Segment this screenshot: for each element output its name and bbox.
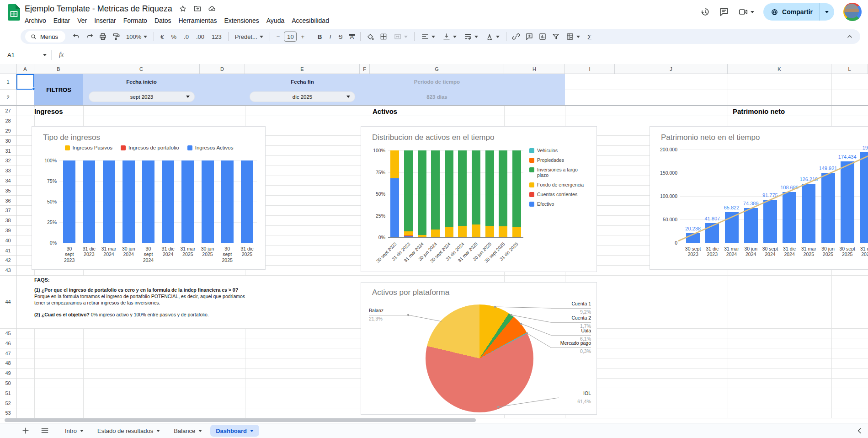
data-label: 108.689 (775, 185, 804, 190)
row-header-35[interactable]: 35 (0, 186, 16, 196)
chart-activos-por-plataforma[interactable]: Activos por plataformaCuenta 19,2%Cuenta… (361, 282, 597, 415)
bar-segment (431, 237, 440, 237)
fecha-fin-select[interactable]: dic 2025 (250, 91, 355, 102)
patrimonio-title-text: Patrimonio neto (731, 107, 786, 115)
row-header-40[interactable]: 40 (0, 235, 16, 246)
axis-tick: 0% (366, 235, 385, 240)
legend-label: Ingresos Activos (195, 145, 234, 150)
x-axis-label: 30 sept 2023 (62, 246, 77, 263)
legend-swatch (65, 145, 70, 150)
row-header-49[interactable]: 49 (0, 369, 16, 379)
pie-label: Balanz (369, 308, 408, 313)
faq-text: (1) ¿Por que el ingreso de portafolio es… (34, 287, 251, 318)
sheet-tab-balance[interactable]: Balance (168, 425, 208, 437)
collapse-panel-icon[interactable] (855, 426, 864, 435)
horizontal-scrollbar[interactable] (5, 418, 476, 422)
x-axis-label: 30 jun 2024 (121, 246, 136, 257)
bar-segment (472, 150, 480, 224)
column-header-d[interactable]: D (200, 64, 245, 74)
row-header-50[interactable]: 50 (0, 379, 16, 389)
bar (763, 200, 777, 243)
row-header-51[interactable]: 51 (0, 388, 16, 398)
column-header-g[interactable]: G (370, 64, 504, 74)
axis-tick: 100% (366, 148, 385, 153)
data-label: 174.434 (833, 154, 862, 160)
row-header-42[interactable]: 42 (0, 256, 16, 266)
row-header-34[interactable]: 34 (0, 176, 16, 186)
fecha-inicio-select[interactable]: sept 2023 (89, 91, 195, 102)
row-header-47[interactable]: 47 (0, 348, 16, 358)
section-title-activos: Activos (371, 107, 399, 115)
legend-swatch (529, 192, 534, 197)
column-header-k[interactable]: K (728, 64, 831, 74)
row-header-30[interactable]: 30 (0, 136, 16, 146)
column-header-j[interactable]: J (615, 64, 728, 74)
row-header-39[interactable]: 39 (0, 226, 16, 236)
row-header-48[interactable]: 48 (0, 358, 16, 369)
legend-label: Cuentas corrientes (537, 192, 586, 197)
tab-label: Dashboard (216, 427, 247, 434)
row-header-44[interactable]: 44 (0, 276, 16, 329)
column-header-f[interactable]: F (360, 64, 370, 74)
row-header-27[interactable]: 27 (0, 106, 16, 116)
column-header-l[interactable]: L (831, 64, 868, 74)
legend-label: Propiedades (537, 157, 586, 163)
bar-segment (404, 231, 413, 236)
row-header-45[interactable]: 45 (0, 329, 16, 339)
grid-corner[interactable] (0, 64, 16, 74)
bar-segment (390, 150, 399, 178)
row-header-37[interactable]: 37 (0, 206, 16, 216)
legend-label: Vehiculos (537, 148, 586, 153)
row-header-32[interactable]: 32 (0, 156, 16, 166)
sheet-tab-dashboard[interactable]: Dashboard (210, 425, 259, 437)
column-header-e[interactable]: E (245, 64, 360, 74)
chart-tipo-de-ingresos[interactable]: Tipo de ingresosIngresos PasivosIngresos… (32, 126, 266, 270)
bar-segment (499, 150, 507, 226)
column-header-c[interactable]: C (83, 64, 200, 74)
row-header-41[interactable]: 41 (0, 246, 16, 256)
legend-swatch (529, 202, 534, 207)
bar-segment (485, 150, 494, 226)
sheet-tab-intro[interactable]: Intro (59, 425, 89, 437)
gridline-h (565, 90, 868, 90)
bar-segment (445, 227, 453, 237)
selected-cell-a1[interactable] (16, 74, 34, 90)
section-title-ingresos: Ingresos (33, 107, 64, 115)
fecha-fin-label: Fecha fin (245, 77, 360, 87)
column-header-i[interactable]: I (565, 64, 615, 74)
row-header-52[interactable]: 52 (0, 398, 16, 408)
selection-fill-handle[interactable] (32, 87, 35, 91)
row-header-36[interactable]: 36 (0, 196, 16, 206)
column-header-h[interactable]: H (504, 64, 565, 74)
axis-tick: 100% (37, 158, 57, 163)
column-header-b[interactable]: B (34, 64, 83, 74)
faq-q2: (2) ¿Cual es el objetivo? 0% ingreso act… (34, 311, 251, 318)
row-header-33[interactable]: 33 (0, 166, 16, 176)
chart-distribucion-activos[interactable]: Distribucion de activos en el tiempo100%… (361, 126, 597, 272)
legend-item: Ingresos Pasivos (65, 145, 113, 150)
bar-segment (404, 150, 413, 231)
row-header-31[interactable]: 31 (0, 146, 16, 156)
row-header-2[interactable]: 2 (0, 90, 16, 105)
chart-patrimonio-neto[interactable]: Patrimonio neto en el tiempo200.000150.0… (650, 126, 868, 270)
column-header-a[interactable]: A (16, 64, 34, 74)
row-header-46[interactable]: 46 (0, 338, 16, 348)
row-header-43[interactable]: 43 (0, 266, 16, 276)
faq-heading: FAQS: (34, 277, 50, 283)
axis-tick: 50.000 (652, 217, 677, 222)
x-axis-label: 30 jun 2024 (742, 246, 760, 257)
all-sheets-button[interactable] (40, 426, 49, 435)
row-header-53[interactable]: 53 (0, 408, 16, 418)
row-header-28[interactable]: 28 (0, 116, 16, 126)
sheet-tab-estado-de-resultados[interactable]: Estado de resultados (92, 425, 165, 437)
add-sheet-button[interactable] (21, 426, 30, 435)
legend-item: Propiedades (529, 157, 593, 163)
chevron-down-icon (80, 430, 84, 432)
row-header-1[interactable]: 1 (0, 74, 16, 90)
bar (860, 152, 868, 243)
x-axis-label: 31 dic 2024 (160, 246, 176, 257)
tabs-list: IntroEstado de resultadosBalanceDashboar… (59, 425, 262, 437)
spreadsheet-grid[interactable]: ABCDEFGHIJKL1227282930313233343536373839… (0, 0, 868, 423)
row-header-38[interactable]: 38 (0, 216, 16, 226)
row-header-29[interactable]: 29 (0, 126, 16, 136)
